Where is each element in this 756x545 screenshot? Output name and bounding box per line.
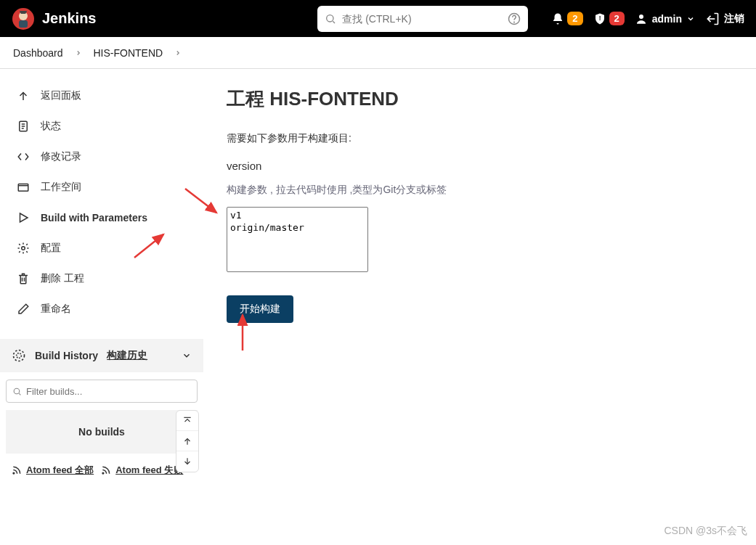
scroll-top-button[interactable] <box>176 411 198 431</box>
bell-icon <box>551 12 564 25</box>
sidebar-item-configure[interactable]: 配置 <box>7 233 196 263</box>
chevron-right-icon <box>75 49 82 57</box>
logout-button[interactable]: 注销 <box>705 12 744 26</box>
sidebar-item-build-params[interactable]: Build with Parameters <box>7 202 196 233</box>
svg-point-6 <box>514 22 515 22</box>
header: Jenkins 2 ! 2 admin 注销 <box>0 0 756 37</box>
play-icon <box>16 210 31 225</box>
atom-feed-fail[interactable]: Atom feed 失败 <box>101 464 183 477</box>
option-v1[interactable]: v1 <box>229 209 366 221</box>
history-sub: 构建历史 <box>107 349 147 362</box>
sidebar-item-label: 修改记录 <box>41 150 81 163</box>
svg-point-22 <box>14 388 20 394</box>
folder-icon <box>16 180 31 194</box>
build-history-header[interactable]: Build History 构建历史 <box>0 339 203 372</box>
scroll-up-button[interactable] <box>176 431 198 451</box>
version-select[interactable]: v1 origin/master <box>227 207 368 272</box>
user-menu[interactable]: admin <box>635 12 695 25</box>
breadcrumb-dashboard[interactable]: Dashboard <box>13 47 63 59</box>
svg-marker-16 <box>20 213 28 222</box>
code-icon <box>16 149 31 164</box>
svg-point-17 <box>22 247 25 250</box>
trash-icon <box>16 271 31 286</box>
shield-icon: ! <box>593 12 606 25</box>
logout-label: 注销 <box>724 12 744 25</box>
doc-icon <box>16 119 31 134</box>
username: admin <box>652 13 682 25</box>
filter-builds-input[interactable] <box>26 386 191 397</box>
jenkins-logo-icon <box>12 7 35 30</box>
chevron-down-icon <box>182 351 192 361</box>
svg-point-28 <box>102 472 104 474</box>
sidebar-item-back[interactable]: 返回面板 <box>7 81 196 111</box>
user-icon <box>635 12 648 25</box>
security-button[interactable]: ! 2 <box>593 12 625 25</box>
pencil-icon <box>16 302 31 316</box>
sidebar-item-label: 状态 <box>41 120 61 133</box>
sidebar: 返回面板 状态 修改记录 工作空间 Build with Parameters … <box>0 69 203 545</box>
history-icon <box>12 348 26 363</box>
arrow-up-icon <box>16 89 31 103</box>
search-icon <box>325 13 336 25</box>
option-origin-master[interactable]: origin/master <box>229 221 366 234</box>
param-name: version <box>227 160 733 172</box>
svg-point-3 <box>327 15 333 21</box>
svg-rect-2 <box>19 20 28 28</box>
breadcrumb: Dashboard HIS-FONTEND <box>0 37 756 69</box>
search-input[interactable] <box>342 13 502 25</box>
no-builds-message: No builds <box>6 410 198 454</box>
gear-icon <box>16 241 31 255</box>
breadcrumb-project[interactable]: HIS-FONTEND <box>94 47 163 59</box>
watermark: CSDN @3s不会飞 <box>664 525 747 538</box>
content: 工程 HIS-FONTEND 需要如下参数用于构建项目: version 构建参… <box>203 69 756 545</box>
svg-line-23 <box>19 393 20 395</box>
notif-badge: 2 <box>567 12 582 25</box>
scroll-down-button[interactable] <box>176 451 198 472</box>
svg-point-27 <box>13 472 15 474</box>
sidebar-item-label: 返回面板 <box>41 89 81 102</box>
svg-point-8 <box>639 15 643 19</box>
help-icon[interactable] <box>508 12 521 25</box>
rss-icon <box>12 465 22 475</box>
sidebar-item-changes[interactable]: 修改记录 <box>7 142 196 172</box>
scroll-nav <box>176 410 199 472</box>
sidebar-item-status[interactable]: 状态 <box>7 111 196 142</box>
notifications-button[interactable]: 2 <box>551 12 582 25</box>
search-box[interactable] <box>317 6 528 32</box>
atom-feed-all[interactable]: Atom feed 全部 <box>12 464 94 477</box>
filter-builds-box[interactable] <box>6 380 198 403</box>
sidebar-item-label: 删除 工程 <box>41 272 84 285</box>
sidebar-item-label: Build with Parameters <box>41 212 147 224</box>
svg-text:!: ! <box>598 15 601 22</box>
svg-point-21 <box>14 351 25 361</box>
page-title: 工程 HIS-FONTEND <box>227 86 733 112</box>
history-title: Build History <box>35 350 98 361</box>
rss-icon <box>101 465 111 475</box>
security-badge: 2 <box>609 12 625 25</box>
param-desc: 构建参数 , 拉去代码时使用 ,类型为Git分支或标签 <box>227 184 733 197</box>
intro-text: 需要如下参数用于构建项目: <box>227 132 733 145</box>
svg-rect-15 <box>18 184 28 192</box>
logo[interactable]: Jenkins <box>12 7 96 30</box>
sidebar-item-label: 重命名 <box>41 303 71 316</box>
sidebar-item-delete[interactable]: 删除 工程 <box>7 263 196 294</box>
chevron-down-icon <box>686 15 695 23</box>
svg-point-20 <box>17 353 22 358</box>
sidebar-item-label: 配置 <box>41 242 61 255</box>
sidebar-item-label: 工作空间 <box>41 181 81 194</box>
chevron-right-icon <box>174 49 182 57</box>
sidebar-item-rename[interactable]: 重命名 <box>7 294 196 324</box>
search-icon <box>12 387 22 396</box>
sidebar-item-workspace[interactable]: 工作空间 <box>7 172 196 202</box>
svg-line-4 <box>333 21 336 23</box>
logout-icon <box>705 12 720 26</box>
app-title: Jenkins <box>42 10 96 27</box>
start-build-button[interactable]: 开始构建 <box>227 295 293 323</box>
